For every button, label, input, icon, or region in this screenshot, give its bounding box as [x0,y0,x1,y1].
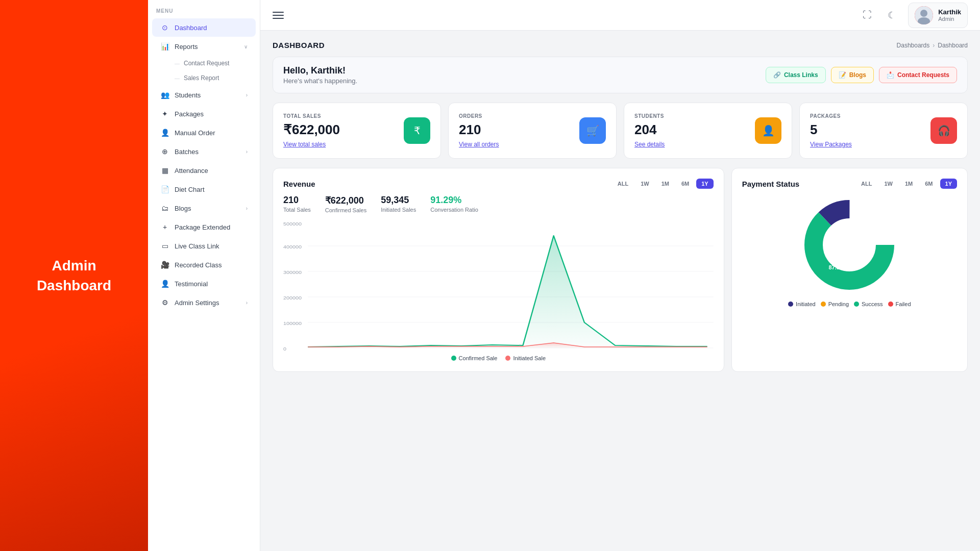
sidebar-item-admin-settings[interactable]: ⚙ Admin Settings › [152,293,256,312]
svg-text:Dec 23: Dec 23 [669,352,684,353]
revenue-filter-1w[interactable]: 1W [635,179,654,189]
svg-text:87.9%: 87.9% [829,264,845,270]
sidebar-item-blogs[interactable]: 🗂 Blogs › [152,199,256,217]
welcome-card: Hello, Karthik! Here's what's happening.… [273,57,968,93]
contact-icon: 📩 [887,71,894,79]
admin-settings-arrow: › [246,300,248,306]
sidebar-item-students[interactable]: 👥 Students › [152,86,256,104]
stat-info-0: TOTAL SALES ₹622,000 View total sales [283,113,340,148]
legend-initiated: Initiated Sale [505,355,546,361]
revenue-header: Revenue ALL1W1M6M1Y [283,179,714,189]
welcome-text: Hello, Karthik! Here's what's happening. [283,65,357,85]
sidebar-item-testimonial[interactable]: 👤 Testimonial [152,274,256,293]
topbar-left [273,12,284,19]
user-info: Karthik Admin [938,8,961,22]
diet-chart-label: Diet Chart [175,186,248,193]
stat-link-2[interactable]: See details [634,141,665,148]
rev-sub-stat-0: 210 Total Sales [283,195,311,213]
sidebar-item-recorded-class[interactable]: 🎥 Recorded Class [152,256,256,274]
payment-legend: Initiated Pending Success Failed [742,301,957,307]
user-badge[interactable]: Karthik Admin [908,3,968,28]
rev-stat-value-3: 91.29% [430,195,478,206]
package-extended-label: Package Extended [175,223,248,231]
live-class-link-label: Live Class Link [175,242,248,250]
stat-card-1: ORDERS 210 View all orders 🛒 [448,103,617,159]
sidebar-item-live-class-link[interactable]: ▭ Live Class Link [152,237,256,255]
sidebar-sub-contact-request[interactable]: —Contact Request [152,56,256,70]
manual-order-icon: 👤 [160,129,169,137]
contact-requests-button[interactable]: 📩 Contact Requests [879,67,957,83]
sidebar-item-dashboard[interactable]: ⊙ Dashboard [152,18,256,37]
revenue-filter-1y[interactable]: 1Y [696,179,713,189]
students-icon: 👥 [160,91,169,99]
stat-link-0[interactable]: View total sales [283,141,340,148]
packages-label: Packages [175,110,248,118]
live-class-link-icon: ▭ [160,242,169,250]
legend-success-pay: Success [854,301,883,307]
batches-icon: ⊕ [160,147,169,156]
svg-text:Mar 23: Mar 23 [362,352,377,353]
recorded-class-icon: 🎥 [160,261,169,269]
stat-label-0: TOTAL SALES [283,113,340,119]
sidebar-sub-sales-report[interactable]: —Sales Report [152,71,256,85]
svg-text:Aug 23: Aug 23 [515,352,531,353]
stat-value-0: ₹622,000 [283,122,340,138]
revenue-filter-6m[interactable]: 6M [676,179,694,189]
sidebar-item-manual-order[interactable]: 👤 Manual Order [152,123,256,142]
svg-text:12.1%: 12.1% [857,219,873,226]
topbar-right: ⛶ ☾ Karthik Admin [859,3,968,28]
payment-filter-6m[interactable]: 6M [920,179,938,189]
payment-filter-all[interactable]: ALL [856,179,877,189]
reports-label: Reports [175,43,239,51]
sidebar-item-attendance[interactable]: ▦ Attendance [152,161,256,180]
packages-icon: ✦ [160,110,169,118]
welcome-subtitle: Here's what's happening. [283,77,357,85]
rev-sub-stat-2: 59,345 Initiated Sales [381,195,416,213]
diet-chart-icon: 📄 [160,185,169,193]
payment-header: Payment Status ALL1W1M6M1Y [742,179,957,189]
reports-icon: 📊 [160,42,169,51]
breadcrumb: Dashboards › Dashboard [897,42,968,49]
stat-value-2: 204 [634,122,665,138]
sidebar-item-batches[interactable]: ⊕ Batches › [152,142,256,161]
stat-link-1[interactable]: View all orders [459,141,499,148]
dashboard-label: Dashboard [175,24,248,32]
payment-filters: ALL1W1M6M1Y [856,179,957,189]
content-area: DASHBOARD Dashboards › Dashboard Hello, … [260,31,980,551]
rev-stat-label-3: Conversation Ratio [430,207,478,213]
revenue-filter-1m[interactable]: 1M [656,179,674,189]
dark-mode-icon[interactable]: ☾ [884,7,900,23]
menu-label: MENU [148,0,260,18]
rev-sub-stat-3: 91.29% Conversation Ratio [430,195,478,213]
fullscreen-icon[interactable]: ⛶ [859,7,875,23]
user-role: Admin [938,16,961,22]
rev-stat-value-2: 59,345 [381,195,416,206]
sidebar-item-diet-chart[interactable]: 📄 Diet Chart [152,180,256,198]
attendance-label: Attendance [175,167,248,174]
revenue-filter-all[interactable]: ALL [612,179,633,189]
sidebar-item-reports[interactable]: 📊 Reports ∨ [152,37,256,56]
breadcrumb-dashboards: Dashboards [897,42,930,49]
payment-filter-1m[interactable]: 1M [900,179,918,189]
sidebar-item-package-extended[interactable]: + Package Extended [152,218,256,236]
svg-text:0: 0 [283,346,287,352]
welcome-actions: 🔗 Class Links 📝 Blogs 📩 Contact Requests [766,67,957,83]
stat-icon-1: 🛒 [579,117,606,144]
rev-stat-value-0: 210 [283,195,311,206]
stat-card-0: TOTAL SALES ₹622,000 View total sales ₹ [273,103,441,159]
stat-link-3[interactable]: View Packages [810,141,852,148]
stat-label-3: PACKAGES [810,113,852,119]
svg-text:May 23: May 23 [423,352,439,353]
svg-text:500000: 500000 [283,221,302,227]
students-arrow: › [246,92,248,98]
class-links-button[interactable]: 🔗 Class Links [766,67,826,83]
svg-text:Feb 23: Feb 23 [331,352,346,353]
payment-filter-1w[interactable]: 1W [879,179,898,189]
hamburger-button[interactable] [273,12,284,19]
sidebar-item-packages[interactable]: ✦ Packages [152,105,256,123]
revenue-legend: Confirmed Sale Initiated Sale [283,355,714,361]
payment-filter-1y[interactable]: 1Y [940,179,957,189]
svg-text:Jan 23: Jan 23 [301,352,315,353]
blogs-button[interactable]: 📝 Blogs [831,67,874,83]
legend-failed-pay: Failed [888,301,911,307]
